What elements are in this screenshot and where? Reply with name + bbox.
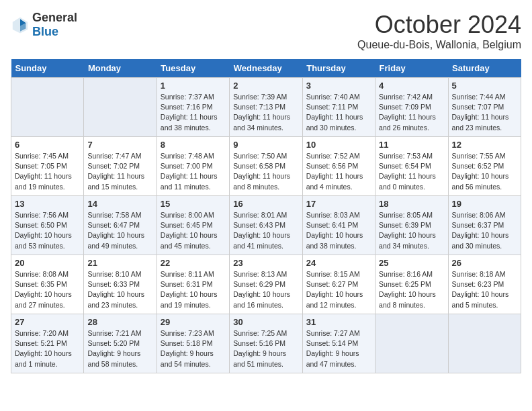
calendar-cell: 8 Sunrise: 7:48 AMSunset: 7:00 PMDayligh… — [157, 137, 229, 196]
weekday-header: Friday — [375, 59, 448, 78]
day-detail: Sunrise: 8:15 AMSunset: 6:27 PMDaylight:… — [306, 269, 371, 310]
calendar-cell: 3 Sunrise: 7:40 AMSunset: 7:11 PMDayligh… — [302, 78, 375, 137]
calendar-cell: 6 Sunrise: 7:45 AMSunset: 7:05 PMDayligh… — [11, 137, 84, 196]
logo-blue: Blue — [32, 25, 58, 38]
weekday-header: Saturday — [448, 59, 521, 78]
day-detail: Sunrise: 7:58 AMSunset: 6:47 PMDaylight:… — [87, 210, 152, 251]
day-number: 24 — [306, 258, 371, 268]
calendar-cell: 28 Sunrise: 7:21 AMSunset: 5:20 PMDaylig… — [84, 314, 157, 373]
day-number: 28 — [87, 317, 152, 327]
day-detail: Sunrise: 7:55 AMSunset: 6:52 PMDaylight:… — [452, 151, 517, 192]
day-detail: Sunrise: 8:18 AMSunset: 6:23 PMDaylight:… — [452, 269, 517, 310]
calendar-cell: 9 Sunrise: 7:50 AMSunset: 6:58 PMDayligh… — [230, 137, 302, 196]
day-detail: Sunrise: 8:16 AMSunset: 6:25 PMDaylight:… — [379, 269, 444, 310]
day-number: 19 — [452, 199, 517, 209]
calendar-cell: 25 Sunrise: 8:16 AMSunset: 6:25 PMDaylig… — [375, 255, 448, 314]
day-number: 17 — [306, 199, 371, 209]
calendar-cell — [84, 78, 157, 137]
calendar-cell: 26 Sunrise: 8:18 AMSunset: 6:23 PMDaylig… — [448, 255, 521, 314]
day-detail: Sunrise: 8:13 AMSunset: 6:29 PMDaylight:… — [233, 269, 298, 310]
calendar-cell: 1 Sunrise: 7:37 AMSunset: 7:16 PMDayligh… — [157, 78, 229, 137]
day-detail: Sunrise: 7:44 AMSunset: 7:07 PMDaylight:… — [452, 92, 517, 133]
day-detail: Sunrise: 7:21 AMSunset: 5:20 PMDaylight:… — [87, 328, 152, 369]
calendar-cell: 20 Sunrise: 8:08 AMSunset: 6:35 PMDaylig… — [11, 255, 84, 314]
day-detail: Sunrise: 8:01 AMSunset: 6:43 PMDaylight:… — [233, 210, 298, 251]
month-title: October 2024 — [357, 11, 521, 39]
weekday-header: Wednesday — [230, 59, 302, 78]
day-detail: Sunrise: 7:52 AMSunset: 6:56 PMDaylight:… — [306, 151, 371, 192]
calendar-cell: 7 Sunrise: 7:47 AMSunset: 7:02 PMDayligh… — [84, 137, 157, 196]
calendar-cell: 11 Sunrise: 7:53 AMSunset: 6:54 PMDaylig… — [375, 137, 448, 196]
day-detail: Sunrise: 7:25 AMSunset: 5:16 PMDaylight:… — [233, 328, 298, 369]
calendar-cell: 10 Sunrise: 7:52 AMSunset: 6:56 PMDaylig… — [302, 137, 375, 196]
calendar-cell: 31 Sunrise: 7:27 AMSunset: 5:14 PMDaylig… — [302, 314, 375, 373]
day-number: 26 — [452, 258, 517, 268]
day-detail: Sunrise: 7:20 AMSunset: 5:21 PMDaylight:… — [15, 328, 80, 369]
calendar-cell: 2 Sunrise: 7:39 AMSunset: 7:13 PMDayligh… — [230, 78, 302, 137]
day-number: 23 — [233, 258, 298, 268]
calendar-cell: 21 Sunrise: 8:10 AMSunset: 6:33 PMDaylig… — [84, 255, 157, 314]
day-detail: Sunrise: 8:05 AMSunset: 6:39 PMDaylight:… — [379, 210, 444, 251]
day-number: 15 — [161, 199, 226, 209]
calendar-cell: 14 Sunrise: 7:58 AMSunset: 6:47 PMDaylig… — [84, 196, 157, 255]
calendar-cell: 22 Sunrise: 8:11 AMSunset: 6:31 PMDaylig… — [157, 255, 229, 314]
day-number: 8 — [161, 140, 226, 150]
calendar-cell: 17 Sunrise: 8:03 AMSunset: 6:41 PMDaylig… — [302, 196, 375, 255]
day-number: 13 — [15, 199, 80, 209]
day-number: 27 — [15, 317, 80, 327]
calendar-cell — [375, 314, 448, 373]
day-number: 22 — [161, 258, 226, 268]
calendar-cell: 18 Sunrise: 8:05 AMSunset: 6:39 PMDaylig… — [375, 196, 448, 255]
day-detail: Sunrise: 7:40 AMSunset: 7:11 PMDaylight:… — [306, 92, 371, 133]
calendar-cell: 23 Sunrise: 8:13 AMSunset: 6:29 PMDaylig… — [230, 255, 302, 314]
calendar-cell: 19 Sunrise: 8:06 AMSunset: 6:37 PMDaylig… — [448, 196, 521, 255]
day-number: 3 — [306, 81, 371, 91]
day-number: 25 — [379, 258, 444, 268]
day-number: 5 — [452, 81, 517, 91]
day-number: 18 — [379, 199, 444, 209]
day-number: 6 — [15, 140, 80, 150]
calendar-cell: 27 Sunrise: 7:20 AMSunset: 5:21 PMDaylig… — [11, 314, 84, 373]
calendar-cell: 5 Sunrise: 7:44 AMSunset: 7:07 PMDayligh… — [448, 78, 521, 137]
calendar-cell: 24 Sunrise: 8:15 AMSunset: 6:27 PMDaylig… — [302, 255, 375, 314]
title-block: October 2024 Queue-du-Bois, Wallonia, Be… — [357, 11, 521, 51]
day-detail: Sunrise: 7:50 AMSunset: 6:58 PMDaylight:… — [233, 151, 298, 192]
logo-text: General Blue — [32, 11, 77, 39]
day-detail: Sunrise: 8:08 AMSunset: 6:35 PMDaylight:… — [15, 269, 80, 310]
weekday-header: Sunday — [11, 59, 84, 78]
logo: General Blue — [11, 11, 77, 39]
day-detail: Sunrise: 7:23 AMSunset: 5:18 PMDaylight:… — [161, 328, 226, 369]
day-number: 14 — [87, 199, 152, 209]
day-number: 29 — [161, 317, 226, 327]
day-number: 10 — [306, 140, 371, 150]
weekday-header: Thursday — [302, 59, 375, 78]
location-title: Queue-du-Bois, Wallonia, Belgium — [357, 39, 521, 51]
day-detail: Sunrise: 8:00 AMSunset: 6:45 PMDaylight:… — [161, 210, 226, 251]
calendar-cell: 4 Sunrise: 7:42 AMSunset: 7:09 PMDayligh… — [375, 78, 448, 137]
day-detail: Sunrise: 7:39 AMSunset: 7:13 PMDaylight:… — [233, 92, 298, 133]
day-detail: Sunrise: 7:48 AMSunset: 7:00 PMDaylight:… — [161, 151, 226, 192]
day-number: 2 — [233, 81, 298, 91]
day-detail: Sunrise: 7:27 AMSunset: 5:14 PMDaylight:… — [306, 328, 371, 369]
day-number: 20 — [15, 258, 80, 268]
logo-icon — [11, 15, 30, 34]
day-number: 16 — [233, 199, 298, 209]
day-detail: Sunrise: 7:56 AMSunset: 6:50 PMDaylight:… — [15, 210, 80, 251]
calendar-cell: 30 Sunrise: 7:25 AMSunset: 5:16 PMDaylig… — [230, 314, 302, 373]
calendar-cell — [448, 314, 521, 373]
weekday-header: Monday — [84, 59, 157, 78]
day-number: 4 — [379, 81, 444, 91]
calendar-header: SundayMondayTuesdayWednesdayThursdayFrid… — [11, 59, 521, 78]
page-header: General Blue October 2024 Queue-du-Bois,… — [11, 11, 521, 51]
calendar-cell: 13 Sunrise: 7:56 AMSunset: 6:50 PMDaylig… — [11, 196, 84, 255]
day-number: 21 — [87, 258, 152, 268]
day-detail: Sunrise: 7:37 AMSunset: 7:16 PMDaylight:… — [161, 92, 226, 133]
day-number: 11 — [379, 140, 444, 150]
day-number: 12 — [452, 140, 517, 150]
day-number: 9 — [233, 140, 298, 150]
calendar-cell: 15 Sunrise: 8:00 AMSunset: 6:45 PMDaylig… — [157, 196, 229, 255]
logo-general: General — [32, 11, 77, 24]
day-detail: Sunrise: 8:10 AMSunset: 6:33 PMDaylight:… — [87, 269, 152, 310]
day-detail: Sunrise: 8:11 AMSunset: 6:31 PMDaylight:… — [161, 269, 226, 310]
day-number: 7 — [87, 140, 152, 150]
